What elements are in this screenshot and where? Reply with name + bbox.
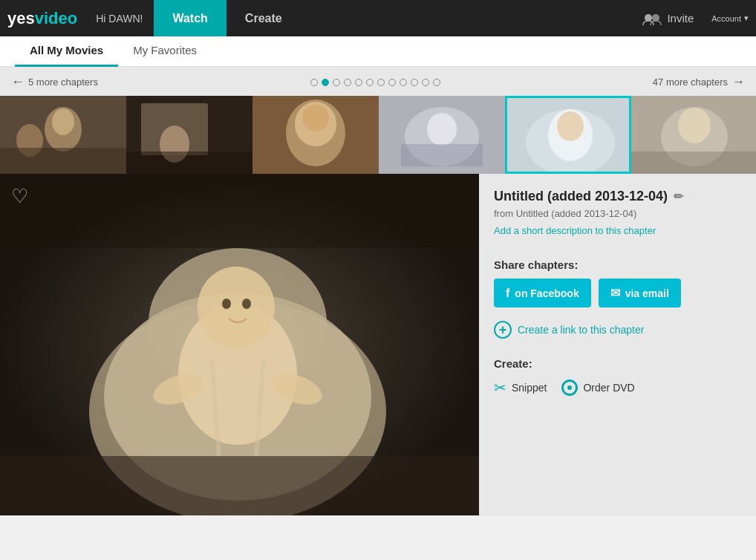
thumbnail-5-image (631, 96, 756, 174)
thumbnail-1[interactable] (126, 96, 252, 174)
from-source-text: Untitled (added 2013-12-04) (516, 208, 637, 219)
svg-point-25 (678, 108, 711, 143)
thumbnail-1-image (126, 96, 252, 174)
top-navigation: yesvideo Hi DAWN! Watch Create Invite Ac… (0, 0, 756, 36)
svg-rect-37 (0, 456, 479, 515)
account-chevron-icon: ▾ (744, 13, 749, 23)
facebook-label: on Facebook (515, 287, 579, 299)
create-section: Create: ✂ Snippet Order DVD (494, 357, 741, 397)
order-dvd-label: Order DVD (583, 382, 634, 394)
create-actions: ✂ Snippet Order DVD (494, 379, 741, 397)
thumbnail-0[interactable] (0, 96, 126, 174)
invite-button[interactable]: Invite (642, 11, 694, 26)
from-label: from (494, 208, 513, 219)
email-icon: ✉ (610, 286, 620, 300)
svg-point-34 (242, 299, 251, 309)
logo-video: video (35, 9, 77, 27)
chapter-dots (310, 79, 440, 86)
thumbnail-2[interactable] (252, 96, 379, 174)
video-player[interactable]: ♡ (0, 174, 479, 515)
chapter-strip: ← 5 more chapters 47 more chapters → (0, 67, 756, 174)
greeting-text: Hi DAWN! (85, 13, 154, 25)
svg-point-4 (52, 108, 74, 135)
thumbnail-2-image (252, 96, 379, 174)
next-chapters-button[interactable]: 47 more chapters → (653, 74, 745, 90)
thumbnail-4[interactable] (505, 96, 631, 174)
arrow-left-icon: ← (11, 74, 25, 90)
favorite-button[interactable]: ♡ (11, 185, 28, 208)
snippet-button[interactable]: ✂ Snippet (494, 379, 547, 397)
chapter-dot-3[interactable] (344, 79, 351, 86)
account-label: Account (711, 14, 741, 23)
thumbnail-4-image (507, 98, 631, 174)
info-panel: Untitled (added 2013-12-04) ✏ from Untit… (479, 174, 756, 515)
add-description-button[interactable]: Add a short description to this chapter (494, 225, 741, 236)
create-button[interactable]: Create (227, 0, 301, 36)
svg-point-33 (222, 299, 231, 309)
logo-yes: yes (7, 9, 35, 27)
chapter-dot-10[interactable] (422, 79, 429, 86)
thumbnail-3-image (379, 96, 505, 174)
chapter-dot-8[interactable] (400, 79, 407, 86)
create-link-text: Create a link to this chapter (518, 324, 644, 336)
chapter-dot-5[interactable] (366, 79, 374, 86)
prev-chapters-button[interactable]: ← 5 more chapters (11, 74, 98, 90)
share-email-button[interactable]: ✉ via email (599, 279, 681, 307)
next-chapters-label: 47 more chapters (653, 76, 728, 88)
plus-circle-icon: + (494, 321, 512, 339)
svg-rect-6 (0, 148, 126, 174)
watch-button[interactable]: Watch (154, 0, 226, 36)
invite-label: Invite (667, 12, 694, 25)
logo[interactable]: yesvideo (7, 9, 77, 28)
share-section: Share chapters: f on Facebook ✉ via emai… (494, 258, 741, 339)
edit-title-button[interactable]: ✏ (674, 189, 683, 204)
create-link-button[interactable]: + Create a link to this chapter (494, 321, 741, 339)
main-content: ♡ Untitled (added 2013-12-04) ✏ from Unt… (0, 174, 756, 515)
sub-navigation: All My Movies My Favorites (0, 36, 756, 67)
account-button[interactable]: Account ▾ (708, 13, 749, 23)
svg-point-22 (557, 111, 584, 141)
arrow-right-icon: → (731, 74, 745, 90)
chapter-dot-9[interactable] (411, 79, 418, 86)
all-movies-tab[interactable]: All My Movies (15, 36, 118, 67)
scissors-icon: ✂ (494, 379, 506, 397)
video-image (0, 174, 479, 515)
movie-title-text: Untitled (added 2013-12-04) (494, 189, 668, 204)
svg-rect-38 (0, 174, 479, 248)
svg-rect-10 (126, 152, 252, 174)
dvd-icon (561, 380, 578, 396)
thumbnail-5[interactable] (631, 96, 756, 174)
share-label: Share chapters: (494, 258, 741, 271)
svg-point-32 (198, 267, 275, 348)
chapter-dot-6[interactable] (377, 79, 385, 86)
movie-title-row: Untitled (added 2013-12-04) ✏ (494, 189, 741, 204)
svg-point-17 (427, 113, 457, 146)
chapter-dot-0[interactable] (310, 79, 318, 86)
svg-rect-18 (401, 144, 483, 166)
facebook-icon: f (506, 287, 509, 300)
my-favorites-tab[interactable]: My Favorites (118, 36, 212, 67)
email-label: via email (625, 287, 669, 299)
share-buttons: f on Facebook ✉ via email (494, 279, 741, 307)
thumbnails-row (0, 96, 756, 174)
order-dvd-button[interactable]: Order DVD (561, 380, 634, 396)
invite-icon (642, 11, 662, 26)
svg-rect-26 (631, 152, 756, 174)
svg-point-14 (302, 105, 329, 131)
prev-chapters-label: 5 more chapters (28, 76, 98, 88)
share-facebook-button[interactable]: f on Facebook (494, 279, 591, 307)
chapter-dot-1[interactable] (322, 79, 329, 86)
chapter-dot-11[interactable] (433, 79, 440, 86)
chapter-dot-7[interactable] (388, 79, 396, 86)
movie-source: from Untitled (added 2013-12-04) (494, 208, 741, 219)
chapter-dot-4[interactable] (355, 79, 362, 86)
create-label: Create: (494, 357, 741, 370)
snippet-label: Snippet (512, 382, 547, 394)
video-frame (0, 174, 479, 515)
chapter-dot-2[interactable] (333, 79, 340, 86)
thumbnail-0-image (0, 96, 126, 174)
thumbnail-3[interactable] (379, 96, 505, 174)
